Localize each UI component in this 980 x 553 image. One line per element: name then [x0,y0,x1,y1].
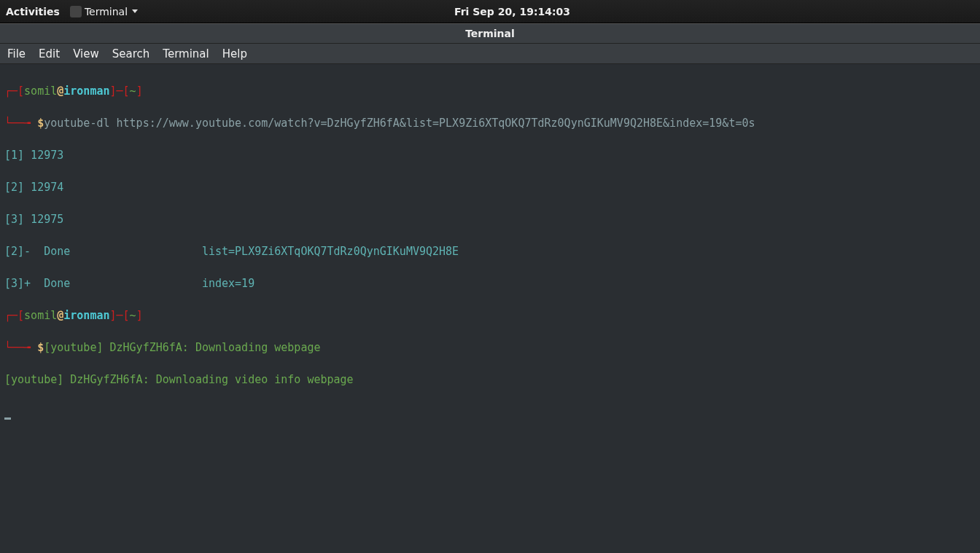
prompt-user: somil [24,85,57,98]
window-titlebar: Terminal [0,23,980,44]
prompt-line-4: └──╼ $[youtube] DzHGyfZH6fA: Downloading… [4,340,976,356]
prompt-mid: ]─[ [110,309,130,322]
terminal-viewport[interactable]: ┌─[somil@ironman]─[~] └──╼ $youtube-dl h… [0,64,980,439]
job-line-1: [1] 12973 [4,147,976,163]
prompt-host: ironman [63,309,109,322]
output-youtube-2: [youtube] DzHGyfZH6fA: Downloading video… [4,372,976,388]
topbar-app-menu[interactable]: Terminal [70,6,138,17]
output-youtube-1: [youtube] DzHGyfZH6fA: Downloading webpa… [44,341,320,354]
prompt-corner-top: ┌─[ [4,309,24,322]
prompt-at: @ [57,85,63,98]
activities-button[interactable]: Activities [6,6,60,17]
chevron-down-icon [132,9,138,13]
job-done-3: [3]+ Done index=19 [4,275,976,291]
menu-file[interactable]: File [7,47,26,60]
prompt-dollar: $ [37,341,44,354]
prompt-close: ] [136,309,143,322]
prompt-user: somil [24,309,57,322]
command-text: youtube-dl https://www.youtube.com/watch… [44,117,755,130]
cursor-line [4,404,976,420]
window-title: Terminal [465,28,515,39]
prompt-host: ironman [63,85,109,98]
menu-search[interactable]: Search [112,47,150,60]
gnome-topbar: Activities Terminal Fri Sep 20, 19:14:03 [0,0,980,23]
prompt-line-3: ┌─[somil@ironman]─[~] [4,307,976,323]
prompt-corner-bottom: └──╼ [4,341,37,354]
prompt-dollar: $ [37,117,44,130]
job-line-2: [2] 12974 [4,179,976,195]
terminal-menubar: File Edit View Search Terminal Help [0,44,980,64]
menu-terminal[interactable]: Terminal [163,47,209,60]
terminal-cursor [4,417,11,420]
menu-help[interactable]: Help [222,47,247,60]
prompt-at: @ [57,309,63,322]
prompt-cwd: ~ [130,85,136,98]
topbar-clock[interactable]: Fri Sep 20, 19:14:03 [454,6,570,17]
prompt-close: ] [136,85,143,98]
prompt-mid: ]─[ [110,85,130,98]
job-done-2: [2]- Done list=PLX9Zi6XTqOKQ7TdRz0QynGIK… [4,243,976,259]
job-line-3: [3] 12975 [4,211,976,227]
terminal-icon [70,6,82,17]
topbar-app-label: Terminal [85,6,128,17]
prompt-corner-top: ┌─[ [4,85,24,98]
prompt-corner-bottom: └──╼ [4,117,37,130]
prompt-line-1: ┌─[somil@ironman]─[~] [4,83,976,99]
prompt-cwd: ~ [130,309,136,322]
menu-view[interactable]: View [73,47,99,60]
prompt-line-2: └──╼ $youtube-dl https://www.youtube.com… [4,115,976,131]
menu-edit[interactable]: Edit [39,47,60,60]
